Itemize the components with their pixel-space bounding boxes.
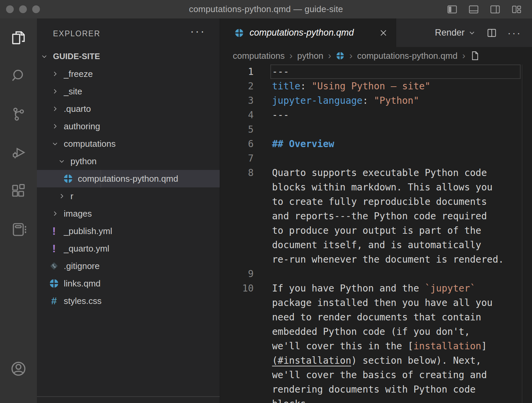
qmd-file-icon bbox=[49, 278, 59, 288]
code-line[interactable]: embedded Python code (if you don't, bbox=[220, 324, 532, 339]
code-line[interactable]: 2title: "Using Python — site" bbox=[220, 79, 532, 93]
tree-item-guide-site[interactable]: GUIDE-SITE bbox=[37, 48, 220, 65]
code-line[interactable]: blocks bbox=[220, 397, 532, 403]
code-line-content: --- bbox=[254, 64, 289, 79]
code-line-content: to create fully reproducible documents bbox=[254, 194, 487, 209]
tree-item-label: r bbox=[70, 191, 73, 202]
tree-item-styles-css[interactable]: #styles.css bbox=[37, 292, 220, 310]
qmd-file-icon bbox=[234, 28, 244, 38]
titlebar: computations-python.qmd — guide-site bbox=[0, 0, 532, 18]
code-line-content: package installed then you have all you bbox=[254, 296, 492, 310]
activity-item-accounts[interactable] bbox=[0, 354, 37, 385]
code-editor[interactable]: 1---2title: "Using Python — site"3jupyte… bbox=[220, 64, 532, 403]
scrollbar-gutter[interactable] bbox=[522, 64, 522, 403]
chevron-down-icon bbox=[468, 29, 476, 37]
activity-item-search[interactable] bbox=[0, 61, 37, 92]
code-line[interactable]: 5 bbox=[220, 122, 532, 137]
line-number: 7 bbox=[220, 151, 254, 166]
extensions-icon bbox=[10, 183, 26, 200]
code-line[interactable]: 1--- bbox=[220, 64, 532, 79]
line-number: 5 bbox=[220, 122, 254, 137]
tree-item-label: _site bbox=[64, 86, 82, 97]
code-line[interactable]: 7 bbox=[220, 151, 532, 166]
code-line[interactable]: (#installation) section below). Next, bbox=[220, 353, 532, 368]
breadcrumb-separator: › bbox=[328, 50, 331, 61]
code-line[interactable]: 3jupyter-language: "Python" bbox=[220, 93, 532, 108]
breadcrumb: computations›python››computations-python… bbox=[220, 47, 532, 64]
split-editor-button[interactable] bbox=[486, 27, 497, 39]
code-line[interactable]: rendering documents with Python code bbox=[220, 382, 532, 397]
tree-item-authoring[interactable]: authoring bbox=[37, 118, 220, 135]
file-tree: GUIDE-SITE_freeze_site.quartoauthoringco… bbox=[37, 48, 220, 310]
tree-item-links-qmd[interactable]: links.qmd bbox=[37, 275, 220, 292]
code-line-content: --- bbox=[254, 108, 289, 122]
outline-section: OUTLINE bbox=[37, 396, 220, 403]
customize-layout-icon[interactable] bbox=[511, 3, 523, 15]
source-control-icon bbox=[10, 106, 26, 124]
code-line[interactable]: package installed then you have all you bbox=[220, 296, 532, 310]
code-line[interactable]: 10If you have Python and the `jupyter` bbox=[220, 281, 532, 296]
code-line[interactable]: re-run whenever the document is rendered… bbox=[220, 252, 532, 267]
qmd-file-icon[interactable] bbox=[336, 51, 344, 60]
tree-item-label: .gitignore bbox=[64, 261, 100, 271]
tab-close-icon[interactable] bbox=[378, 28, 388, 38]
activity-item-run-and-debug[interactable] bbox=[0, 138, 37, 168]
render-button[interactable]: Render bbox=[435, 28, 476, 38]
outline-header[interactable]: OUTLINE bbox=[37, 397, 220, 403]
tree-item-label: computations-python.qmd bbox=[78, 174, 178, 184]
activity-item-notebook[interactable] bbox=[0, 215, 37, 245]
outline-label: OUTLINE bbox=[54, 402, 90, 403]
tree-item-quarto[interactable]: .quarto bbox=[37, 100, 220, 118]
tree-item-label: links.qmd bbox=[64, 278, 101, 289]
code-line[interactable]: need to render documents that contain bbox=[220, 310, 532, 324]
symbol-file-icon[interactable] bbox=[470, 51, 480, 61]
tree-item-computations-python-qmd[interactable]: computations-python.qmd bbox=[37, 170, 220, 187]
tree-item-images[interactable]: images bbox=[37, 205, 220, 222]
code-line-content bbox=[254, 122, 272, 137]
sidebar-title: EXPLORER bbox=[53, 29, 100, 38]
code-line[interactable]: 8Quarto supports executable Python code bbox=[220, 166, 532, 180]
line-number: 6 bbox=[220, 137, 254, 151]
toggle-panel-icon[interactable] bbox=[468, 3, 480, 15]
tree-item-r[interactable]: r bbox=[37, 187, 220, 205]
activity-item-extensions[interactable] bbox=[0, 176, 37, 207]
code-line[interactable]: we'll cover this in the [installation] bbox=[220, 339, 532, 353]
code-line[interactable]: and reports---the Python code required bbox=[220, 209, 532, 223]
activity-item-explorer[interactable] bbox=[0, 24, 37, 54]
tree-item-gitignore[interactable]: .gitignore bbox=[37, 257, 220, 275]
code-line[interactable]: 9 bbox=[220, 267, 532, 281]
activity-item-source-control[interactable] bbox=[0, 100, 37, 130]
code-line[interactable]: blocks within markdown. This allows you bbox=[220, 180, 532, 194]
toggle-primary-sidebar-icon[interactable] bbox=[446, 3, 458, 15]
sidebar-more-actions-button[interactable]: ··· bbox=[190, 25, 206, 38]
tree-item-publish-yml[interactable]: !_publish.yml bbox=[37, 222, 220, 240]
breadcrumb-item-python[interactable]: python bbox=[297, 51, 323, 61]
chevron-right-icon bbox=[52, 210, 64, 217]
qmd-file-icon bbox=[63, 174, 73, 184]
code-line[interactable]: we'll cover the basics of creating and bbox=[220, 368, 532, 382]
tree-item-python[interactable]: python bbox=[37, 152, 220, 170]
tree-item-quarto-yml[interactable]: !_quarto.yml bbox=[37, 240, 220, 257]
code-link[interactable]: (#installation bbox=[272, 355, 351, 366]
tab-computations-python[interactable]: computations-python.qmd bbox=[220, 18, 396, 47]
chevron-right-icon bbox=[52, 105, 64, 112]
toggle-secondary-sidebar-icon[interactable] bbox=[489, 3, 501, 15]
breadcrumb-item-computations-python-qmd[interactable]: computations-python.qmd bbox=[357, 51, 458, 61]
breadcrumb-item-computations[interactable]: computations bbox=[233, 51, 285, 61]
code-line[interactable]: document itself, and is automatically bbox=[220, 238, 532, 252]
yaml-file-icon: ! bbox=[49, 243, 59, 254]
tree-item-computations[interactable]: computations bbox=[37, 135, 220, 152]
code-line[interactable]: to create fully reproducible documents bbox=[220, 194, 532, 209]
chevron-down-icon bbox=[41, 53, 53, 60]
code-line[interactable]: 6## Overview bbox=[220, 137, 532, 151]
line-number: 4 bbox=[220, 108, 254, 122]
code-line[interactable]: 4--- bbox=[220, 108, 532, 122]
line-number bbox=[220, 238, 254, 252]
activity-item-settings[interactable] bbox=[0, 400, 37, 403]
tree-item-site[interactable]: _site bbox=[37, 83, 220, 100]
code-line-content bbox=[254, 151, 272, 166]
more-actions-button[interactable]: ··· bbox=[508, 27, 522, 39]
indent-guide bbox=[101, 170, 101, 188]
code-line[interactable]: to produce your output is part of the bbox=[220, 223, 532, 238]
tree-item-freeze[interactable]: _freeze bbox=[37, 65, 220, 83]
